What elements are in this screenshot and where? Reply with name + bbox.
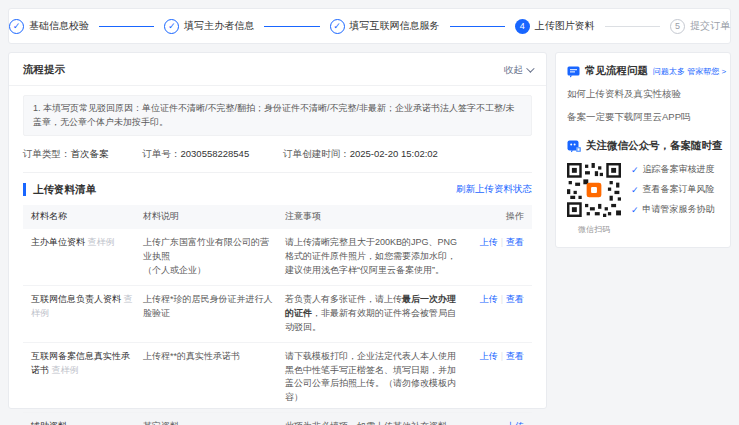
wizard-stepper: ✓ 基础信息校验 ✓ 填写主办者信息 ✓ 填写互联网信息服务 4 上传图片资料 … — [8, 8, 731, 44]
material-note: 请下载模板打印，企业法定代表人本人使用黑色中性笔手写正楷签名、填写日期，并加盖公… — [285, 350, 468, 406]
step-upload-images[interactable]: 4 上传图片资料 — [515, 19, 595, 34]
tip-box: 1. 本填写页常见驳回原因：单位证件不清晰/不完整/翻拍；身份证件不清晰/不完整… — [23, 95, 532, 136]
col-header-desc: 材料说明 — [143, 210, 285, 224]
wechat-section-title: 关注微信公众号，备案随时查 — [586, 139, 723, 153]
refresh-status-link[interactable]: 刷新上传资料状态 — [456, 183, 532, 196]
step-connector — [605, 26, 660, 27]
material-name: 互联网信息负责人资料 — [31, 294, 121, 304]
material-desc: 上传程**的真实性承诺书 — [143, 350, 285, 364]
action-separator: | — [501, 237, 503, 247]
table-header: 材料名称 材料说明 注意事项 操作 — [23, 205, 532, 229]
material-note: 请上传清晰完整且大于200KB的JPG、PNG格式的证件原件照片，如您需要添加水… — [285, 236, 468, 278]
table-row: 互联网信息负责人资料 查样例 上传程*珍的居民身份证并进行人脸验证 若负责人有多… — [23, 286, 532, 343]
benefit-label: 申请管家服务协助 — [643, 203, 715, 216]
collapse-label: 收起 — [504, 64, 523, 77]
step-connector — [99, 26, 154, 27]
action-separator: | — [501, 294, 503, 304]
chevron-down-icon — [526, 64, 534, 72]
faq-title: 常见流程问题 — [585, 64, 648, 78]
material-note: 此项为非必填项，如需上传其他补充资料，请在此上传。 — [285, 420, 468, 425]
step-number-todo: 5 — [670, 19, 685, 34]
upload-link[interactable]: 上传 — [480, 294, 498, 304]
table-row: 互联网备案信息真实性承诺书 查样例 上传程**的真实性承诺书 请下载模板打印，企… — [23, 343, 532, 414]
page: ✓ 基础信息校验 ✓ 填写主办者信息 ✓ 填写互联网信息服务 4 上传图片资料 … — [0, 0, 739, 425]
order-type: 订单类型：首次备案 — [23, 148, 109, 161]
main-panel: 流程提示 收起 1. 本填写页常见驳回原因：单位证件不清晰/不完整/翻拍；身份证… — [8, 52, 547, 409]
materials-table: 材料名称 材料说明 注意事项 操作 主办单位资料 查样例 上传广东国富竹业有限公… — [23, 205, 532, 425]
benefit-item: ✓ 申请管家服务协助 — [631, 203, 715, 216]
material-note: 若负责人有多张证件，请上传最后一次办理的证件，非最新有效期的证件将会被管局自动驳… — [285, 293, 468, 335]
qr-caption: 微信扫码 — [567, 224, 621, 235]
view-link[interactable]: 查看 — [506, 237, 524, 247]
step-label: 基础信息校验 — [29, 19, 89, 33]
material-desc: 上传广东国富竹业有限公司的营业执照 （个人或企业） — [143, 236, 285, 278]
benefit-label: 追踪备案审核进度 — [643, 163, 715, 176]
step-label: 填写互联网信息服务 — [350, 19, 440, 33]
material-desc: 其它资料 — [143, 420, 285, 425]
upload-list-title: 上传资料清单 — [23, 183, 96, 196]
col-header-name: 材料名称 — [31, 210, 143, 224]
benefit-item: ✓ 追踪备案审核进度 — [631, 163, 715, 176]
check-icon: ✓ — [631, 205, 639, 215]
tips-title: 流程提示 — [23, 63, 65, 77]
order-created-time: 订单创建时间：2025-02-20 15:02:02 — [283, 148, 438, 161]
order-number: 订单号：2030558228545 — [143, 148, 250, 161]
action-separator: | — [501, 351, 503, 361]
step-label: 提交订单 — [690, 19, 730, 33]
view-sample-link[interactable]: 查样例 — [52, 365, 79, 375]
step-submit-order[interactable]: 5 提交订单 — [670, 19, 730, 34]
material-name: 辅助资料 — [31, 421, 67, 425]
col-header-note: 注意事项 — [285, 210, 468, 224]
faq-link[interactable]: 如何上传资料及真实性核验 — [567, 88, 719, 101]
faq-link[interactable]: 备案一定要下载阿里云APP吗 — [567, 111, 719, 124]
faq-more-link[interactable]: 问题太多 管家帮您 > — [653, 66, 726, 77]
chat-bubble-icon — [567, 65, 580, 78]
table-row: 辅助资料 其它资料 此项为非必填项，如需上传其他补充资料，请在此上传。 上传 — [23, 413, 532, 425]
check-icon: ✓ — [631, 185, 639, 195]
order-info: 订单类型：首次备案 订单号：2030558228545 订单创建时间：2025-… — [23, 148, 532, 161]
check-icon: ✓ — [631, 165, 639, 175]
wechat-icon — [567, 140, 581, 153]
view-sample-link[interactable]: 查样例 — [88, 237, 115, 247]
upload-link[interactable]: 上传 — [480, 237, 498, 247]
tip-text: 1. 本填写页常见驳回原因：单位证件不清晰/不完整/翻拍；身份证件不清晰/不完整… — [33, 103, 515, 127]
collapse-toggle[interactable]: 收起 — [504, 64, 532, 77]
step-internet-service[interactable]: ✓ 填写互联网信息服务 — [330, 19, 440, 34]
wechat-qr-code — [567, 163, 621, 217]
step-organizer-info[interactable]: ✓ 填写主办者信息 — [164, 19, 254, 34]
step-number-current: 4 — [515, 19, 530, 34]
step-connector — [450, 26, 505, 27]
step-done-icon: ✓ — [164, 19, 179, 34]
benefit-label: 查看备案订单风险 — [643, 183, 715, 196]
step-label: 填写主办者信息 — [184, 19, 254, 33]
step-label: 上传图片资料 — [535, 19, 595, 33]
table-row: 主办单位资料 查样例 上传广东国富竹业有限公司的营业执照 （个人或企业） 请上传… — [23, 229, 532, 286]
upload-link[interactable]: 上传 — [480, 351, 498, 361]
divider — [9, 85, 546, 86]
material-desc: 上传程*珍的居民身份证并进行人脸验证 — [143, 293, 285, 321]
step-basic-check[interactable]: ✓ 基础信息校验 — [9, 19, 89, 34]
wechat-benefits: ✓ 追踪备案审核进度 ✓ 查看备案订单风险 ✓ 申请管家服务协助 — [631, 163, 715, 235]
step-done-icon: ✓ — [330, 19, 345, 34]
help-sidebar: 常见流程问题 问题太多 管家帮您 > 如何上传资料及真实性核验 备案一定要下载阿… — [555, 52, 731, 248]
material-name: 主办单位资料 — [31, 237, 85, 247]
col-header-action: 操作 — [468, 210, 524, 224]
step-connector — [264, 26, 319, 27]
step-done-icon: ✓ — [9, 19, 24, 34]
view-link[interactable]: 查看 — [506, 351, 524, 361]
benefit-item: ✓ 查看备案订单风险 — [631, 183, 715, 196]
view-link[interactable]: 查看 — [506, 294, 524, 304]
upload-link[interactable]: 上传 — [506, 421, 524, 425]
material-name: 互联网备案信息真实性承诺书 — [31, 351, 130, 375]
